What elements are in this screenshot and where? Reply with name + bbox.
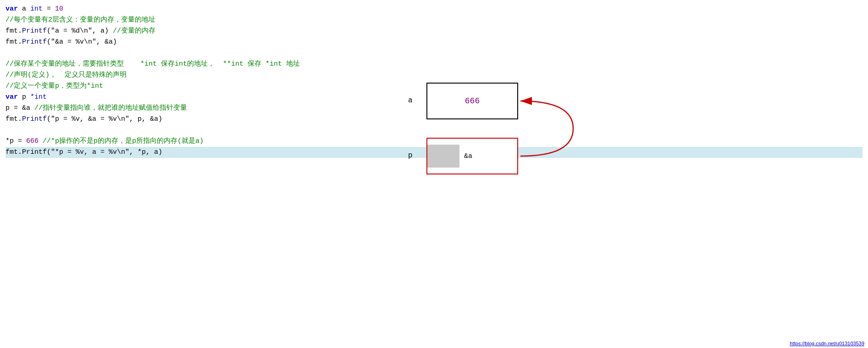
comment-1: //每个变量有2层含义：变量的内存，变量的地址 [6, 16, 155, 24]
box-p-gray [427, 145, 459, 168]
box-a-label: a [408, 96, 413, 105]
box-p-label: p [408, 152, 413, 160]
watermark-text: https://blog.csdn.net/u013103539 [790, 341, 864, 346]
comment-2: //变量的内存 [113, 27, 155, 35]
box-p: &a [426, 138, 518, 174]
keyword-var-2: var [6, 93, 18, 101]
box-p-inner: &a [427, 145, 517, 168]
comment-6: //指针变量指向谁，就把谁的地址赋值给指针变量 [34, 104, 187, 112]
num-666: 666 [26, 137, 39, 145]
box-p-addr: &a [464, 152, 472, 160]
diagram-area: a 666 p &a [399, 83, 628, 184]
comment-5: //定义一个变量p，类型为*int [6, 82, 103, 90]
printf-1: Printf [22, 27, 47, 35]
comment-3: //保存某个变量的地址，需要指针类型 *int 保存int的地址， **int … [6, 60, 300, 68]
watermark: https://blog.csdn.net/u013103539 [790, 341, 864, 346]
box-a-value: 666 [465, 96, 480, 106]
printf-2: Printf [22, 38, 47, 46]
comment-4: //声明(定义)， 定义只是特殊的声明 [6, 71, 127, 79]
code-line-4: fmt.Printf("&a = %v\n", &a) [6, 37, 862, 48]
code-line-7: //声明(定义)， 定义只是特殊的声明 [6, 70, 862, 81]
type-ptr-int: *int [30, 93, 47, 101]
code-line-1: var a int = 10 [6, 4, 862, 15]
code-line-6: //保存某个变量的地址，需要指针类型 *int 保存int的地址， **int … [6, 59, 862, 70]
num-10: 10 [55, 5, 63, 13]
code-line-2: //每个变量有2层含义：变量的内存，变量的地址 [6, 15, 862, 26]
keyword-var: var [6, 5, 18, 13]
fmt-1: fmt [6, 27, 18, 35]
printf-3: Printf [22, 115, 47, 123]
code-line-5 [6, 48, 862, 59]
code-line-3: fmt.Printf("a = %d\n", a) //变量的内存 [6, 26, 862, 37]
comment-7: //*p操作的不是p的内存，是p所指向的内存(就是a) [43, 137, 204, 145]
box-a: 666 [426, 83, 518, 119]
type-int: int [30, 5, 43, 13]
pointer-arrow [520, 101, 573, 156]
